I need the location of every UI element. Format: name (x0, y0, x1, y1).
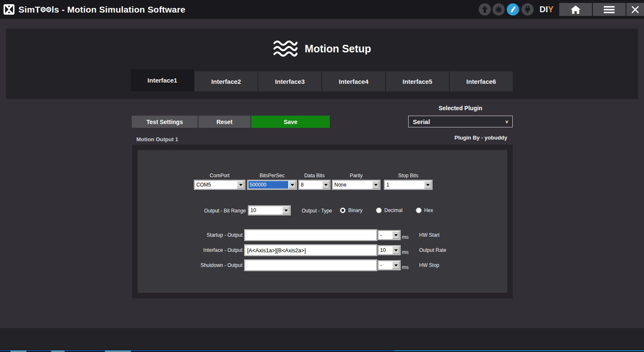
bit-range-select[interactable]: 10 (248, 206, 290, 215)
startup-output-label: Startup - Output (185, 230, 242, 241)
tab-interface2[interactable]: Interface2 (195, 71, 258, 91)
radio-button-icon (376, 207, 382, 213)
bitspersec-select[interactable]: 500000 (248, 180, 297, 189)
stopbits-label: Stop Bits (384, 173, 432, 180)
dropdown-arrow-icon[interactable] (424, 181, 431, 189)
parity-select[interactable]: None (332, 180, 380, 189)
dropdown-arrow-icon[interactable] (289, 181, 296, 189)
selected-plugin-value: Serial (409, 118, 506, 125)
dropdown-arrow-icon[interactable] (372, 181, 379, 189)
edit-status-button[interactable] (507, 3, 519, 16)
dropdown-arrow-icon[interactable] (392, 261, 399, 269)
app-title: SimT⚙⚙ls - Motion Simulation Software (18, 0, 185, 19)
reset-button[interactable]: Reset (198, 116, 250, 128)
field-stopbits: Stop Bits 1 (384, 173, 432, 189)
radio-binary[interactable]: Binary (340, 207, 362, 213)
interface-output-label: Interface - Output (185, 245, 242, 256)
tab-interface1[interactable]: Interface1 (131, 69, 194, 91)
shutdown-rate-select[interactable]: - (378, 261, 400, 270)
field-parity: Parity None (332, 173, 380, 189)
field-databits: Data Bits 8 (299, 173, 330, 189)
taskbar-fragment (51, 351, 65, 352)
stopbits-select[interactable]: 1 (384, 180, 432, 189)
dropdown-arrow-icon[interactable] (282, 207, 289, 214)
pen-icon (507, 3, 519, 16)
shutdown-ms-label: ms (402, 264, 409, 270)
tab-interface3[interactable]: Interface3 (258, 71, 321, 91)
arrow-up-status-button[interactable] (479, 3, 491, 16)
output-rate-select[interactable]: 10 (378, 246, 400, 255)
burst-icon (493, 3, 505, 16)
tab-interface4[interactable]: Interface4 (322, 71, 385, 91)
hw-start-label: HW Start (419, 232, 440, 238)
databits-label: Data Bits (299, 173, 330, 180)
interface-tabs: Interface1 Interface2 Interface3 Interfa… (131, 69, 513, 91)
motion-output-panel-inner (138, 150, 507, 293)
selected-plugin-dropdown[interactable]: Serial v (408, 116, 513, 127)
motion-output-title: Motion Output 1 (136, 136, 178, 142)
burst-status-button[interactable] (493, 3, 505, 16)
radio-decimal[interactable]: Decimal (376, 207, 402, 213)
hamburger-menu-icon (603, 5, 615, 14)
dropdown-arrow-icon[interactable] (392, 246, 399, 254)
plug-status-button[interactable] (521, 3, 534, 16)
startup-output-input[interactable] (245, 230, 377, 241)
databits-select[interactable]: 8 (299, 180, 330, 189)
taskbar-fragment (105, 351, 131, 352)
dropdown-arrow-icon[interactable] (322, 181, 329, 189)
selected-plugin-label: Selected Plugin (408, 105, 513, 111)
motion-setup-header: Motion Setup (0, 37, 644, 60)
close-icon (631, 5, 639, 14)
dropdown-arrow-icon[interactable] (237, 181, 244, 189)
output-type-label: Output - Type (302, 206, 332, 215)
waves-icon (273, 39, 298, 59)
simtools-window: SimT⚙⚙ls - Motion Simulation Software (0, 0, 644, 352)
home-icon (570, 5, 581, 15)
bit-range-label: Output - Bit Range (185, 206, 246, 215)
save-button[interactable]: Save (251, 116, 330, 128)
comport-select[interactable]: COM5 (194, 180, 245, 189)
taskbar-edge-line-bright (394, 350, 644, 351)
chevron-down-icon: v (506, 119, 512, 124)
field-bitspersec: BitsPerSec 500000 (248, 173, 297, 189)
radio-button-icon (416, 207, 422, 213)
shutdown-output-input[interactable] (245, 260, 377, 271)
titlebar: SimT⚙⚙ls - Motion Simulation Software (0, 0, 644, 19)
output-rate-label: Output Rate (419, 247, 446, 253)
hw-stop-label: HW Stop (419, 262, 439, 268)
diy-brand: DIY (540, 0, 553, 19)
test-settings-button[interactable]: Test Settings (132, 116, 198, 128)
plugin-author-label: Plugin By - yobuddy (408, 135, 507, 141)
home-button[interactable] (559, 3, 592, 16)
tab-interface5[interactable]: Interface5 (386, 71, 449, 91)
menu-button[interactable] (593, 3, 626, 16)
gear-icon: ⚙ (46, 5, 52, 14)
taskbar-sliver (0, 350, 644, 352)
plug-icon (521, 3, 534, 16)
radio-button-icon (340, 207, 346, 213)
parity-label: Parity (332, 173, 380, 180)
simtools-logo-icon (3, 4, 15, 15)
startup-ms-label: ms (402, 234, 409, 240)
tab-interface6[interactable]: Interface6 (450, 71, 513, 91)
taskbar-fragment (10, 351, 26, 352)
page-title: Motion Setup (305, 43, 371, 55)
field-comport: ComPort COM5 (194, 173, 245, 189)
bottom-band (0, 328, 644, 350)
radio-hex[interactable]: Hex (416, 207, 433, 213)
startup-rate-select[interactable]: - (378, 230, 400, 240)
dropdown-arrow-icon[interactable] (392, 231, 399, 239)
arrow-up-icon (479, 3, 491, 16)
close-button[interactable] (626, 3, 644, 16)
comport-label: ComPort (194, 173, 245, 180)
interface-ms-label: ms (402, 249, 409, 255)
shutdown-output-label: Shutdown - Output (185, 260, 242, 271)
bitspersec-label: BitsPerSec (248, 173, 297, 180)
interface-output-input[interactable]: [A<Axis1a>][B<Axis2a>] (245, 245, 377, 256)
